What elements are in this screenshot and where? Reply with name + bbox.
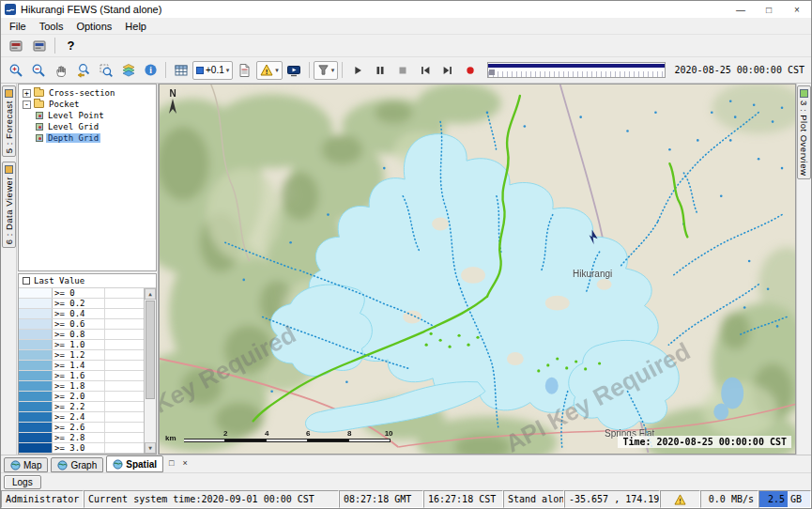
legend-entry: >= 0 bbox=[19, 288, 144, 299]
info-icon[interactable]: i bbox=[140, 60, 161, 80]
legend-color-swatch bbox=[19, 288, 53, 298]
document-icon[interactable] bbox=[234, 60, 255, 80]
dock-tab[interactable]: Graph bbox=[51, 457, 103, 472]
legend-entry-label: >= 2.0 bbox=[53, 392, 105, 401]
legend-entry-label: >= 0.4 bbox=[53, 309, 105, 318]
skip-end-icon[interactable] bbox=[437, 60, 458, 80]
legend-entry: >= 1.0 bbox=[19, 340, 144, 350]
tree-expander-icon[interactable]: + bbox=[23, 89, 31, 98]
tree-node-label[interactable]: Level Grid bbox=[46, 122, 100, 131]
tree-node[interactable]: - Pocket bbox=[19, 99, 156, 110]
scale-segment: 10 bbox=[349, 439, 391, 442]
zoom-previous-icon[interactable] bbox=[72, 60, 94, 80]
display-animation-icon[interactable] bbox=[283, 60, 305, 80]
scroll-thumb[interactable] bbox=[146, 301, 155, 399]
logs-button[interactable]: Logs bbox=[4, 475, 41, 489]
legend-entry-label: >= 1.8 bbox=[53, 381, 105, 391]
legend-entry-label: >= 3.0 bbox=[53, 443, 105, 453]
menu-item[interactable]: Tools bbox=[33, 19, 70, 34]
threshold-color-chip bbox=[196, 67, 204, 74]
svg-text:i: i bbox=[149, 66, 152, 75]
menu-item[interactable]: Help bbox=[118, 19, 153, 34]
tree-node[interactable]: + Cross-section bbox=[19, 87, 156, 99]
menu-item[interactable]: Options bbox=[69, 19, 118, 34]
side-tab[interactable]: 3 : Plot Overview bbox=[797, 85, 811, 179]
threshold-dropdown[interactable]: +0.1 ▾ bbox=[192, 61, 233, 80]
status-mode: Stand alone bbox=[503, 490, 564, 508]
time-slider[interactable] bbox=[487, 62, 665, 78]
tree-node-label[interactable]: Level Point bbox=[46, 111, 106, 120]
legend-entry-label: >= 0.6 bbox=[53, 319, 105, 329]
legend-title: Last Value bbox=[34, 276, 84, 285]
grid-table-icon[interactable] bbox=[170, 60, 192, 80]
side-tab-icon bbox=[5, 165, 13, 174]
scale-bar: km 246810 bbox=[165, 428, 391, 442]
svg-text:!: ! bbox=[678, 496, 682, 504]
legend-color-swatch bbox=[19, 299, 53, 308]
side-tab-label: 3 : Plot Overview bbox=[799, 100, 809, 176]
layer-icon bbox=[36, 112, 43, 119]
dock-tab-icon bbox=[10, 460, 21, 470]
dock-tab-label: Map bbox=[23, 460, 41, 470]
zoom-extent-icon[interactable] bbox=[95, 60, 116, 80]
legend-entry-label: >= 0 bbox=[53, 288, 105, 298]
menu-item[interactable]: File bbox=[3, 19, 33, 34]
scroll-down-icon[interactable]: ▼ bbox=[145, 442, 156, 454]
legend-scrollbar[interactable]: ▲ ▼ bbox=[144, 288, 156, 454]
legend-entry-label: >= 1.2 bbox=[53, 350, 105, 360]
scroll-up-icon[interactable]: ▲ bbox=[145, 288, 156, 300]
zoom-in-icon[interactable] bbox=[5, 60, 26, 80]
database-red-icon[interactable] bbox=[5, 36, 26, 55]
warning-dropdown[interactable]: ! ▾ bbox=[256, 61, 283, 80]
map-canvas[interactable] bbox=[160, 85, 795, 454]
legend-entry-label: >= 2.8 bbox=[53, 433, 105, 442]
play-icon[interactable] bbox=[346, 60, 368, 80]
tree-node-label[interactable]: Cross-section bbox=[47, 88, 116, 98]
close-button[interactable]: × bbox=[783, 1, 811, 18]
maximize-button[interactable]: □ bbox=[755, 1, 783, 18]
tree-node-label[interactable]: Pocket bbox=[47, 100, 82, 109]
zoom-out-icon[interactable] bbox=[27, 60, 49, 80]
scale-segment: 2 bbox=[184, 439, 225, 442]
legend-entry: >= 0.8 bbox=[19, 330, 144, 340]
pause-icon[interactable] bbox=[369, 60, 391, 80]
skip-start-icon[interactable] bbox=[414, 60, 436, 80]
stop-icon[interactable] bbox=[391, 60, 413, 80]
tree-node[interactable]: Depth Grid bbox=[19, 132, 156, 144]
help-icon[interactable]: ? bbox=[60, 36, 82, 55]
pan-hand-icon[interactable] bbox=[50, 60, 71, 80]
folder-icon bbox=[34, 89, 44, 97]
dock-tab[interactable]: Map bbox=[4, 457, 48, 472]
dock-tab[interactable]: Spatial bbox=[106, 455, 163, 472]
status-gmt-time: 08:27:18 GMT bbox=[339, 490, 423, 508]
chevron-down-icon: ▾ bbox=[226, 67, 230, 74]
record-icon[interactable] bbox=[459, 60, 481, 80]
legend-entry: >= 1.8 bbox=[19, 381, 144, 392]
right-tab-strip: 3 : Plot Overview bbox=[796, 84, 811, 455]
last-value-checkbox[interactable] bbox=[23, 277, 30, 285]
tree-node[interactable]: Level Point bbox=[19, 110, 156, 121]
scale-segment: 8 bbox=[308, 439, 349, 442]
current-datetime-label: 2020-08-25 00:00:00 CST bbox=[672, 65, 807, 75]
dock-float-icon[interactable]: □ bbox=[166, 458, 176, 468]
tree-node-label[interactable]: Depth Grid bbox=[46, 133, 100, 143]
legend-entry-label: >= 2.6 bbox=[53, 423, 105, 432]
legend-entry: >= 3.0 bbox=[19, 443, 144, 454]
map-viewport[interactable]: N API Key Required API Key Required Hiku… bbox=[159, 84, 796, 455]
minimize-button[interactable]: — bbox=[727, 1, 755, 18]
menu-bar: FileToolsOptionsHelp bbox=[1, 18, 811, 35]
tree-expander-icon[interactable]: - bbox=[23, 100, 31, 109]
side-tab[interactable]: 6 : Data Viewer bbox=[2, 162, 16, 248]
layers-icon[interactable] bbox=[117, 60, 139, 80]
filter-dropdown[interactable]: ▾ bbox=[314, 61, 339, 80]
database-blue-icon[interactable] bbox=[28, 36, 50, 55]
status-memory-usage: 2.5 GB bbox=[758, 490, 811, 508]
tree-node[interactable]: Level Grid bbox=[19, 121, 156, 132]
legend-entry: >= 1.4 bbox=[19, 361, 144, 371]
legend-color-swatch bbox=[19, 361, 53, 370]
legend-color-swatch bbox=[19, 443, 53, 453]
chevron-down-icon: ▾ bbox=[275, 67, 279, 74]
dock-close-icon[interactable]: × bbox=[179, 458, 190, 468]
side-tab[interactable]: 5 : Forecast bbox=[2, 85, 16, 157]
toolbar-separator bbox=[309, 62, 310, 78]
